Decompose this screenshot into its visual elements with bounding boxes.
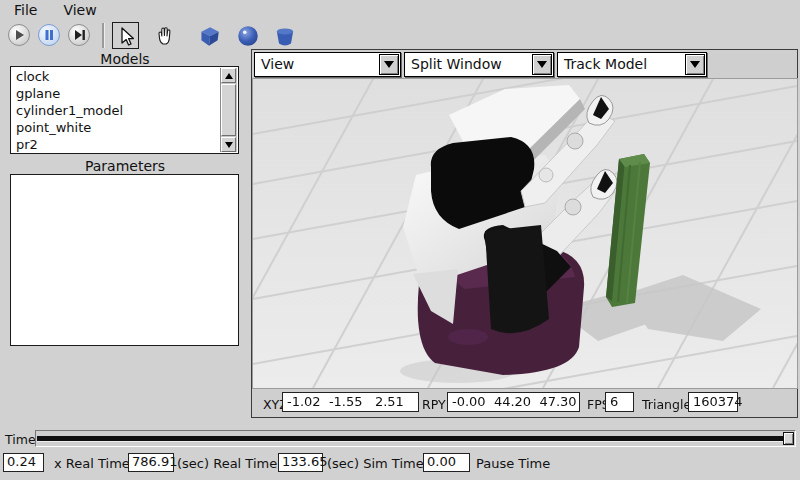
view-dropdown-button[interactable] bbox=[379, 54, 399, 75]
track-model-dropdown[interactable]: Track Model bbox=[557, 52, 707, 77]
add-box-button[interactable] bbox=[195, 22, 222, 49]
split-window-dropdown-button[interactable] bbox=[532, 54, 552, 75]
chevron-down-icon bbox=[690, 61, 700, 68]
parameters-panel[interactable] bbox=[10, 174, 239, 346]
real-time-factor-label: x Real Time bbox=[54, 456, 130, 471]
render-viewport[interactable] bbox=[253, 79, 797, 388]
rpy-label: RPY bbox=[422, 397, 446, 412]
time-slider[interactable] bbox=[35, 430, 796, 447]
sim-time-label: (sec) Sim Time bbox=[327, 456, 424, 471]
scrollbar-thumb[interactable] bbox=[221, 84, 236, 136]
model-list-item[interactable]: cylinder1_model bbox=[12, 102, 221, 119]
view-dropdown[interactable]: View bbox=[254, 52, 401, 77]
render-frame: View Split Window Track Model bbox=[251, 49, 798, 418]
rpy-field[interactable]: -0.00 44.20 47.30 bbox=[447, 392, 580, 412]
models-label: Models bbox=[0, 51, 250, 67]
scroll-down-button[interactable] bbox=[221, 137, 236, 152]
pause-icon bbox=[39, 25, 59, 45]
time-slider-groove bbox=[37, 436, 792, 441]
add-sphere-button[interactable] bbox=[234, 22, 261, 49]
add-cylinder-button[interactable] bbox=[271, 22, 298, 49]
play-icon bbox=[9, 25, 29, 45]
real-time-factor-field[interactable]: 0.24 bbox=[3, 453, 44, 472]
time-slider-handle[interactable] bbox=[783, 432, 794, 445]
play-button[interactable] bbox=[8, 24, 30, 46]
hand-icon bbox=[153, 25, 175, 47]
model-list-item[interactable]: gplane bbox=[12, 85, 221, 102]
real-time-label: (sec) Real Time bbox=[177, 456, 277, 471]
menu-file[interactable]: File bbox=[8, 2, 43, 18]
model-list-item[interactable]: clock bbox=[12, 68, 221, 85]
track-model-dropdown-value: Track Model bbox=[564, 56, 647, 72]
track-model-dropdown-button[interactable] bbox=[685, 54, 705, 75]
model-list-item[interactable]: point_white bbox=[12, 119, 221, 136]
triangles-field[interactable]: 160374 bbox=[688, 392, 738, 412]
step-icon bbox=[69, 25, 89, 45]
real-time-field[interactable]: 786.91 bbox=[128, 453, 174, 472]
arrow-up-icon bbox=[225, 73, 233, 79]
pause-time-label: Pause Time bbox=[476, 456, 550, 471]
select-tool-button[interactable] bbox=[112, 22, 139, 49]
step-button[interactable] bbox=[68, 24, 90, 46]
menu-view[interactable]: View bbox=[57, 2, 102, 18]
menubar: File View bbox=[0, 0, 800, 20]
models-list[interactable]: clockgplanecylinder1_modelpoint_whitepr2 bbox=[10, 66, 239, 154]
toolbar-separator bbox=[102, 23, 104, 48]
parameters-label: Parameters bbox=[0, 158, 250, 174]
gazebo-window: File View bbox=[0, 0, 800, 480]
models-list-items: clockgplanecylinder1_modelpoint_whitepr2 bbox=[12, 68, 221, 152]
split-window-dropdown-value: Split Window bbox=[411, 56, 502, 72]
sim-time-field[interactable]: 133.65 bbox=[278, 453, 323, 472]
arrow-down-icon bbox=[225, 142, 233, 148]
box-icon bbox=[196, 23, 222, 49]
cursor-icon bbox=[115, 25, 137, 47]
pause-button[interactable] bbox=[38, 24, 60, 46]
scroll-up-button[interactable] bbox=[221, 68, 236, 83]
chevron-down-icon bbox=[537, 61, 547, 68]
cylinder-icon bbox=[272, 23, 298, 49]
split-window-dropdown[interactable]: Split Window bbox=[404, 52, 554, 77]
pause-time-field[interactable]: 0.00 bbox=[423, 453, 470, 472]
fps-field[interactable]: 6 bbox=[605, 392, 634, 412]
pan-tool-button[interactable] bbox=[150, 22, 177, 49]
view-dropdown-value: View bbox=[261, 56, 294, 72]
xyz-field[interactable]: -1.02 -1.55 2.51 bbox=[282, 392, 419, 412]
models-scrollbar[interactable] bbox=[220, 68, 237, 152]
model-list-item[interactable]: pr2 bbox=[12, 136, 221, 152]
chevron-down-icon bbox=[384, 61, 394, 68]
sphere-icon bbox=[235, 23, 261, 49]
